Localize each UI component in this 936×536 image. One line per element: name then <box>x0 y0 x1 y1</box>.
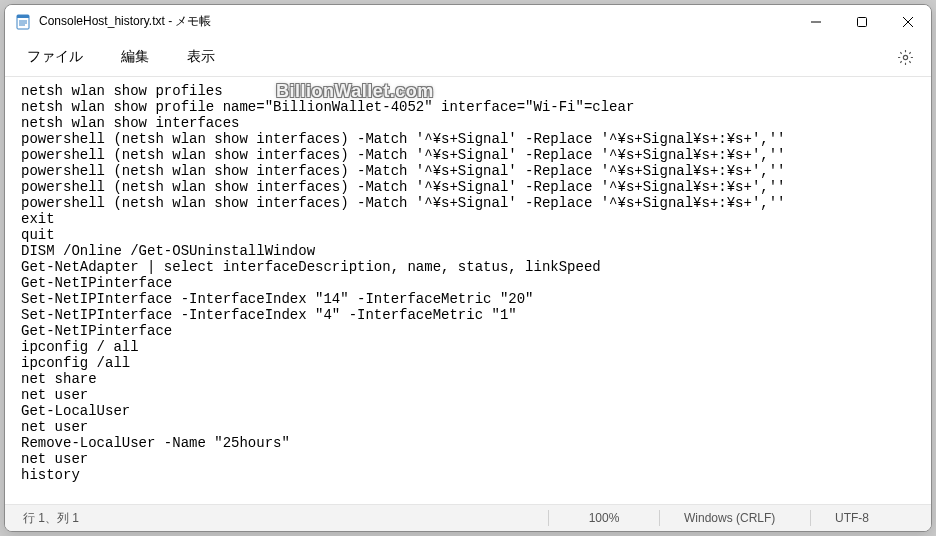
status-cursor-position: 行 1、列 1 <box>5 505 548 531</box>
statusbar: 行 1、列 1 100% Windows (CRLF) UTF-8 <box>5 504 931 531</box>
menu-edit[interactable]: 編集 <box>113 44 157 70</box>
editor-area: BillionWallet.com <box>5 77 931 504</box>
svg-rect-1 <box>17 15 29 18</box>
maximize-button[interactable] <box>839 5 885 38</box>
window-title: ConsoleHost_history.txt - メモ帳 <box>39 13 793 30</box>
menu-view[interactable]: 表示 <box>179 44 223 70</box>
menu-file[interactable]: ファイル <box>19 44 91 70</box>
notepad-icon <box>15 14 31 30</box>
minimize-button[interactable] <box>793 5 839 38</box>
window-controls <box>793 5 931 38</box>
titlebar[interactable]: ConsoleHost_history.txt - メモ帳 <box>5 5 931 38</box>
menubar: ファイル 編集 表示 <box>5 38 931 76</box>
close-button[interactable] <box>885 5 931 38</box>
settings-button[interactable] <box>889 41 921 73</box>
svg-point-9 <box>903 55 907 59</box>
svg-rect-6 <box>858 17 867 26</box>
status-zoom[interactable]: 100% <box>549 505 659 531</box>
status-encoding: UTF-8 <box>811 505 931 531</box>
text-editor[interactable] <box>5 77 931 504</box>
status-line-ending: Windows (CRLF) <box>660 505 810 531</box>
app-window: ConsoleHost_history.txt - メモ帳 ファイル 編集 表示 <box>4 4 932 532</box>
